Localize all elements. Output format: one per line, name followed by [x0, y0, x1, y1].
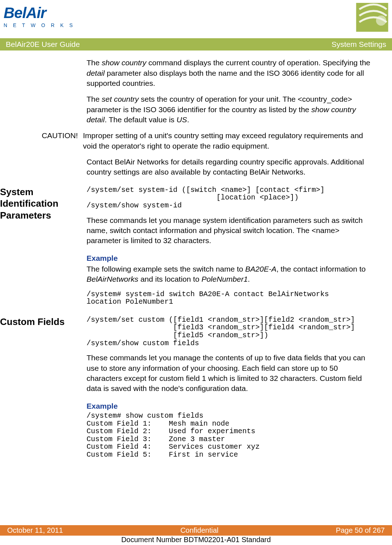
footer-page: Page 50 of 267: [336, 526, 385, 535]
footer-date: October 11, 2011: [7, 526, 63, 535]
para-show-country: The show country command displays the cu…: [87, 58, 370, 88]
heading-system-id: System Identification Parameters: [0, 186, 87, 315]
subhead-example-1: Example: [87, 253, 370, 263]
svg-point-1: [376, 16, 386, 26]
para-example-1: The following example sets the switch na…: [87, 264, 370, 285]
para-contact: Contact BelAir Networks for details rega…: [87, 157, 370, 177]
heading-custom-fields: Custom Fields: [0, 316, 87, 459]
para-set-country: The set country sets the country of oper…: [87, 94, 370, 125]
logo-brand: BelAir: [4, 4, 46, 21]
para-system-id: These commands let you manage system ide…: [87, 215, 370, 246]
para-custom: These commands let you manage the conten…: [87, 353, 370, 394]
company-logo: BelAir N E T W O R K S: [4, 3, 75, 29]
subhead-example-2: Example: [87, 401, 370, 411]
footer-bar: October 11, 2011 Confidential Page 50 of…: [0, 525, 392, 536]
title-bar: BelAir20E User Guide System Settings: [0, 38, 392, 50]
header-logos: BelAir N E T W O R K S: [0, 0, 392, 38]
code-example-2: /system# show custom fields Custom Field…: [87, 412, 370, 459]
caution-label: CAUTION!: [0, 131, 87, 157]
logo-subtext: N E T W O R K S: [4, 22, 75, 29]
footer-center: Confidential: [180, 526, 219, 535]
code-example-1: /system# system-id switch BA20E-A contac…: [87, 290, 370, 306]
title-bar-left: BelAir20E User Guide: [6, 39, 80, 49]
footer-docnum: Document Number BDTM02201-A01 Standard: [0, 535, 392, 545]
caution-text: Improper setting of a unit's country set…: [83, 131, 370, 151]
code-system-id: /system/set system-id ([switch <name>] […: [87, 186, 370, 210]
code-custom: /system/set custom ([field1 <random_str>…: [87, 316, 370, 347]
company-mark-icon: [356, 3, 388, 32]
title-bar-right: System Settings: [331, 39, 386, 49]
